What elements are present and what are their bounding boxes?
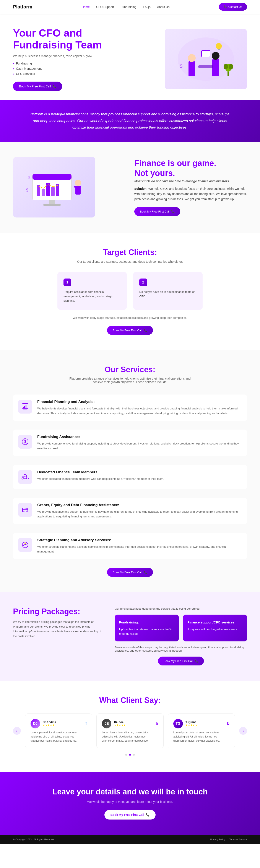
svg-text:$$$: $$$	[25, 508, 27, 509]
services-cta-button[interactable]: Book My Free First Call 📞	[107, 568, 153, 577]
testi-avatar-2: JE	[102, 719, 111, 728]
testi-social-icon-1: f	[85, 721, 87, 726]
finance-right: Finance is our game. Not yours. Most CEO…	[134, 158, 247, 216]
svg-point-8	[216, 43, 222, 49]
dot-1[interactable]	[125, 754, 127, 756]
finance-cta-button[interactable]: Book My Free First Call 📞	[134, 207, 180, 216]
hero-cta-button[interactable]: Book My Free First Call 📞	[13, 82, 62, 91]
svg-rect-7	[205, 50, 207, 51]
svg-rect-26	[74, 186, 77, 188]
service-icon-3	[18, 470, 32, 484]
hero-image: $	[165, 29, 247, 89]
svg-rect-9	[218, 49, 220, 50]
service-icon-2: $	[18, 435, 32, 448]
hero-illustration: $	[171, 33, 240, 85]
testi-stars-1: ★★★★★	[43, 724, 56, 727]
svg-text:$: $	[28, 176, 30, 179]
service-item-3: Dedicated Finance Team Members: We offer…	[13, 465, 247, 489]
svg-text:$: $	[24, 440, 26, 443]
nav-link-fundraising[interactable]: Fundraising	[121, 5, 137, 9]
service-content-5: Strategic Planning and Advisory Services…	[37, 538, 242, 554]
pricing-card-text-1: Upfront fee + a retainer + a success fee…	[119, 627, 174, 636]
footer-privacy-link[interactable]: Privacy Policy	[210, 838, 225, 841]
dot-3[interactable]	[133, 754, 135, 756]
testi-name-3: T. Qinna	[185, 720, 197, 724]
pricing-desc: We try to offer flexible pricing package…	[13, 620, 104, 639]
svg-point-2	[188, 54, 196, 62]
service-item-1: Financial Planning and Analysis: We help…	[13, 395, 247, 421]
testi-header-1: DJ Dr Andina ★★★★★ f	[31, 719, 87, 728]
target-cta-button[interactable]: Book My Free First Call 📞	[107, 326, 153, 335]
svg-rect-5	[198, 65, 213, 68]
service-content-2: Fundraising Assistance: We provide compr…	[37, 435, 242, 451]
testimonials-row: ‹ DJ Dr Andina ★★★★★ f Lorem ipsum dolor…	[13, 713, 247, 748]
testi-card-3: TG T. Qinna ★★★★★ b Lorem ipsum dolor si…	[168, 713, 235, 748]
footer-terms-link[interactable]: Terms of Service	[229, 838, 247, 841]
hero-list-item: Cash Management	[13, 67, 102, 70]
testi-avatar-3: TG	[173, 719, 183, 728]
pricing-card-text-2: A day rate will be charged as necessary.	[187, 627, 243, 632]
target-section: Target Clients: Our target clients are s…	[0, 232, 260, 350]
phone-icon: 📞	[224, 5, 227, 8]
cta-banner: Leave your details and we will be in tou…	[0, 772, 260, 835]
services-section: Our Services: Platform provides a range …	[0, 350, 260, 592]
footer-links: Privacy Policy Terms of Service	[207, 838, 247, 841]
target-card-1: 1 Require assistance with financial mana…	[57, 272, 127, 310]
testi-dots	[13, 753, 247, 756]
pricing-card-2: Finance support/CFO services: A day rate…	[183, 615, 247, 642]
svg-point-0	[178, 37, 234, 81]
phone-icon: 📞	[52, 85, 56, 88]
service-content-1: Financial Planning and Analysis: We help…	[37, 400, 242, 416]
svg-point-42	[23, 511, 25, 512]
testi-text-1: Lorem ipsum dolor sit amet, consectetur …	[31, 731, 87, 743]
service-item-2: $ Fundraising Assistance: We provide com…	[13, 430, 247, 456]
testi-name-1: Dr Andina	[43, 720, 56, 724]
testi-text-3: Lorem ipsum dolor sit amet, consectetur …	[173, 731, 229, 743]
nav-link-cfo[interactable]: CFO Support	[96, 5, 114, 9]
testi-header-2: JE Dr. Zoe ★★★★★ b	[102, 719, 158, 728]
prev-arrow[interactable]: ‹	[13, 727, 21, 735]
next-arrow[interactable]: ›	[239, 727, 247, 735]
nav-link-about[interactable]: About Us	[157, 5, 170, 9]
svg-point-39	[26, 476, 28, 478]
svg-point-24	[75, 180, 81, 186]
navbar: Platform Home CFO Support Fundraising FA…	[0, 0, 260, 13]
pricing-cards: Fundraising: Upfront fee + a retainer + …	[115, 615, 247, 642]
services-desc: Platform provides a range of services to…	[65, 377, 195, 384]
cta-heading: Leave your details and we will be in tou…	[13, 787, 247, 797]
nav-cta-button[interactable]: 📞 Contact Us	[219, 3, 247, 10]
finance-image: $ $	[13, 157, 95, 217]
svg-point-46	[25, 542, 26, 544]
service-text-5: We offer strategic planning and advisory…	[37, 545, 242, 554]
svg-rect-16	[32, 174, 71, 180]
service-text-4: We provide guidance and support to help …	[37, 509, 242, 519]
target-card-num-2: 2	[139, 279, 147, 286]
service-content-3: Dedicated Finance Team Members: We offer…	[37, 470, 164, 481]
nav-logo: Platform	[13, 4, 32, 10]
service-text-3: We offer dedicated finance team members …	[37, 476, 164, 481]
hero-heading: Your CFO and Fundraising Team	[13, 27, 102, 51]
dot-2[interactable]	[129, 754, 131, 756]
phone-icon: 📞	[195, 659, 198, 663]
pricing-card-title-1: Fundraising:	[119, 620, 174, 625]
nav-link-faqs[interactable]: FAQs	[143, 5, 151, 9]
cta-banner-button[interactable]: Book My Free First Call 📞	[105, 810, 156, 819]
phone-icon: 📞	[171, 210, 175, 213]
cta-subtitle: We would be happy to meet you and learn …	[13, 800, 247, 804]
svg-rect-20	[41, 189, 45, 196]
pricing-heading: Pricing Packages:	[13, 607, 104, 616]
hero-section: Your CFO and Fundraising Team We help bu…	[0, 13, 260, 100]
service-icon-5: $	[18, 538, 32, 552]
svg-rect-22	[51, 187, 55, 196]
service-item-5: $ Strategic Planning and Advisory Servic…	[13, 533, 247, 559]
testi-stars-3: ★★★★★	[185, 724, 197, 727]
target-cards: 1 Require assistance with financial mana…	[13, 272, 247, 310]
svg-point-13	[229, 64, 233, 69]
svg-text:$: $	[180, 63, 182, 69]
service-title-5: Strategic Planning and Advisory Services…	[37, 538, 242, 542]
nav-link-home[interactable]: Home	[82, 5, 90, 9]
target-desc: Our target clients are startups, scaleup…	[13, 260, 247, 264]
pricing-cta-button[interactable]: Book My Free First Call 📞	[158, 657, 204, 665]
pricing-right: Our pricing packages depend on the servi…	[115, 607, 247, 665]
hero-left: Your CFO and Fundraising Team We help bu…	[13, 27, 102, 91]
